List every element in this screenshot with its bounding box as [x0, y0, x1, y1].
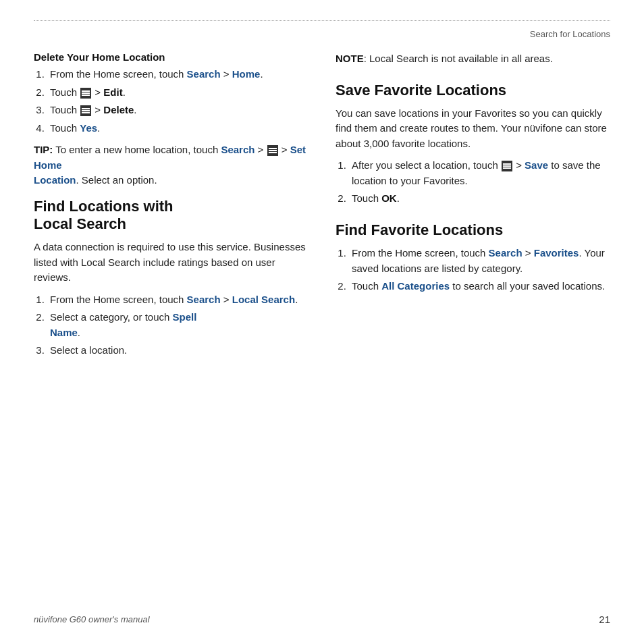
find-favorites-step-1: From the Home screen, touch Search > Fav… — [349, 246, 610, 276]
spell-name-link: SpellName — [50, 311, 196, 338]
note-prefix: NOTE — [336, 53, 364, 64]
set-home-link: Set HomeLocation — [34, 144, 306, 186]
favorites-link: Favorites — [534, 247, 579, 259]
find-favorites-step-2: Touch All Categories to search all your … — [349, 279, 610, 294]
delete-step-2: Touch > Edit. — [47, 85, 308, 101]
delete-label: Delete — [103, 104, 134, 115]
local-search-steps: From the Home screen, touch Search > Loc… — [47, 292, 308, 358]
footer-page-number: 21 — [599, 614, 610, 625]
local-search-link: Local Search — [232, 294, 295, 305]
footer-manual-title: nüvifone G60 owner's manual — [34, 614, 150, 624]
menu-icon-1 — [80, 88, 91, 99]
search-link-1: Search — [187, 68, 221, 80]
page: Search for Locations Delete Your Home Lo… — [0, 0, 644, 644]
delete-heading: Delete Your Home Location — [34, 51, 308, 63]
search-link-ls: Search — [187, 294, 221, 305]
page-header: Search for Locations — [34, 29, 610, 39]
tip-text: TIP: To enter a new home location, touch… — [34, 142, 308, 188]
local-search-step-2: Select a category, or touch SpellName. — [47, 310, 308, 340]
local-search-intro: A data connection is required to use thi… — [34, 240, 308, 286]
menu-icon-tip — [267, 145, 278, 156]
save-favorites-heading: Save Favorite Locations — [336, 82, 610, 99]
search-link-ff: Search — [489, 247, 522, 259]
save-favorites-intro: You can save locations in your Favorites… — [336, 106, 610, 152]
local-search-step-3: Select a location. — [47, 343, 308, 358]
note-text: NOTE: Local Search is not available in a… — [336, 51, 610, 67]
page-footer: nüvifone G60 owner's manual 21 — [34, 614, 610, 625]
main-content: Delete Your Home Location From the Home … — [34, 51, 610, 365]
tip-prefix: TIP: — [34, 144, 53, 155]
edit-label: Edit — [103, 86, 122, 98]
save-link: Save — [525, 159, 548, 171]
menu-icon-2 — [80, 105, 91, 116]
find-favorites-heading: Find Favorite Locations — [336, 221, 610, 239]
header-title: Search for Locations — [530, 29, 610, 39]
yes-label: Yes — [80, 122, 97, 134]
save-favorites-steps: After you select a location, touch > Sav… — [349, 158, 610, 207]
delete-steps: From the Home screen, touch Search > Hom… — [47, 67, 308, 136]
menu-icon-save — [502, 161, 512, 171]
delete-step-4: Touch Yes. — [47, 121, 308, 136]
top-border — [34, 20, 610, 21]
tip-block: TIP: To enter a new home location, touch… — [34, 142, 308, 188]
delete-step-3: Touch > Delete. — [47, 103, 308, 118]
right-column: NOTE: Local Search is not available in a… — [336, 51, 610, 365]
left-column: Delete Your Home Location From the Home … — [34, 51, 308, 365]
save-favorites-step-2: Touch OK. — [349, 191, 610, 207]
find-favorites-steps: From the Home screen, touch Search > Fav… — [349, 246, 610, 294]
save-favorites-step-1: After you select a location, touch > Sav… — [349, 158, 610, 188]
local-search-step-1: From the Home screen, touch Search > Loc… — [47, 292, 308, 308]
home-link: Home — [232, 68, 261, 80]
ok-label: OK — [381, 192, 397, 204]
all-categories-link: All Categories — [381, 280, 450, 292]
delete-step-1: From the Home screen, touch Search > Hom… — [47, 67, 308, 82]
search-link-tip: Search — [221, 144, 254, 155]
local-search-heading: Find Locations withLocal Search — [34, 198, 308, 234]
